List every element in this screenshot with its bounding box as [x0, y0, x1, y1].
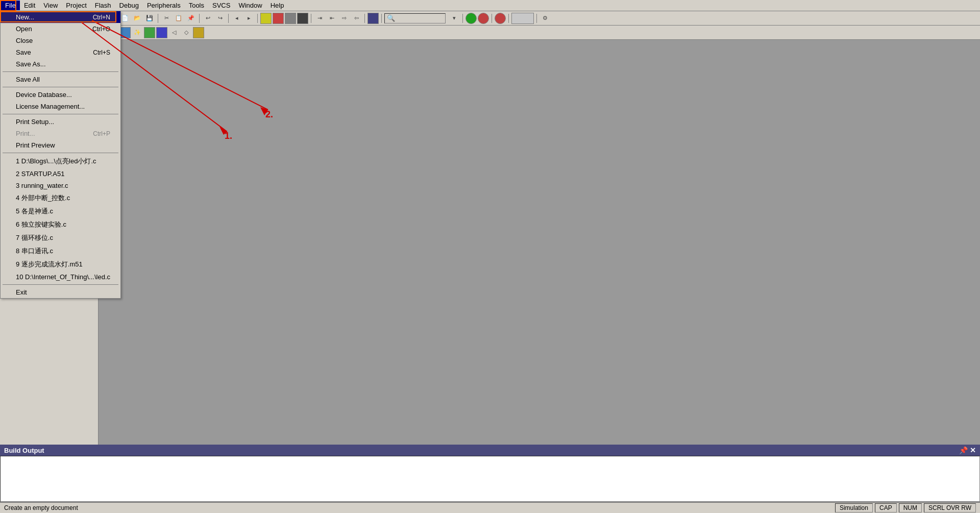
diamond-btn[interactable]: ◇	[181, 27, 192, 38]
menu-item-print[interactable]: Print... Ctrl+P	[1, 128, 120, 139]
svcs-menu-trigger[interactable]: SVCS	[208, 1, 234, 10]
toolbar-sep-8	[462, 14, 463, 23]
paste-btn[interactable]: 📌	[185, 13, 197, 24]
indent-btn[interactable]: ⇥	[314, 13, 325, 24]
unindent2-btn[interactable]: ⇦	[351, 13, 362, 24]
toolbar-row1: 📄 📂 💾 ✂ 📋 📌 ↩ ↪ ◂ ▸ ⇥ ⇤ ⇨ ⇦ 🔍 ▾ ⚙	[117, 11, 980, 26]
config-btn[interactable]: ⚙	[540, 13, 551, 24]
menu-item-save-all[interactable]: Save All	[1, 74, 120, 85]
windows-btn[interactable]	[511, 13, 534, 24]
build-btn[interactable]	[260, 13, 272, 24]
debug-menu-trigger[interactable]: Debug	[115, 1, 143, 10]
project-menu-trigger[interactable]: Project	[62, 1, 90, 10]
peripherals-menu-trigger[interactable]: Peripherals	[143, 1, 185, 10]
close-label: Close	[16, 37, 33, 44]
debug-start-btn[interactable]	[465, 13, 477, 24]
recent-8-label: 8 串口通讯.c	[16, 247, 53, 256]
print-label: Print...	[16, 130, 35, 137]
magic-btn[interactable]: ✨	[132, 27, 143, 38]
edit-menu-trigger[interactable]: Edit	[20, 1, 39, 10]
search-options-btn[interactable]: ▾	[449, 13, 460, 24]
main-content: ◂ ▸ 🗂 Pr... 📗 B... {} {}F... ▣ Te...	[0, 40, 980, 502]
menu-item-device-database[interactable]: Device Database...	[1, 89, 120, 101]
download-btn[interactable]	[297, 13, 308, 24]
component-btn[interactable]	[193, 27, 204, 38]
separator-3	[3, 114, 118, 114]
menu-item-recent-2[interactable]: 2 STARTUP.A51	[1, 168, 120, 180]
menu-item-print-setup[interactable]: Print Setup...	[1, 116, 120, 128]
menu-item-recent-7[interactable]: 7 循环移位.c	[1, 231, 120, 245]
breakpoint-btn[interactable]	[495, 13, 506, 24]
toolbar-sep-2	[199, 14, 200, 23]
toolbar-sep-9	[492, 14, 492, 23]
menu-item-recent-9[interactable]: 9 逐步完成流水灯.m51	[1, 258, 120, 271]
menu-item-new[interactable]: New... Ctrl+N	[1, 11, 120, 23]
target-btn[interactable]	[368, 13, 379, 24]
menu-item-save[interactable]: Save Ctrl+S	[1, 46, 120, 58]
redo-btn[interactable]: ↪	[214, 13, 226, 24]
statusbar-right-sections: Simulation CAP NUM SCRL OVR RW	[835, 503, 976, 512]
file-dropdown-menu: New... Ctrl+N Open Ctrl+O Close Save Ctr…	[0, 11, 121, 299]
toolbar-sep-5	[311, 14, 311, 23]
menu-item-recent-1[interactable]: 1 D:\Blogs\...\点亮led小灯.c	[1, 155, 120, 168]
cut-btn[interactable]: ✂	[161, 13, 172, 24]
menu-item-print-preview[interactable]: Print Preview	[1, 139, 120, 151]
tools-menu-trigger[interactable]: Tools	[185, 1, 208, 10]
print-preview-label: Print Preview	[16, 141, 55, 149]
close-build-icon[interactable]: ✕	[970, 446, 976, 454]
copy-btn[interactable]: 📋	[173, 13, 184, 24]
new-shortcut: Ctrl+N	[93, 14, 110, 21]
build-output-header: Build Output 📌 ✕	[0, 445, 980, 456]
check-btn[interactable]	[119, 27, 131, 38]
build-output-title: Build Output	[4, 447, 44, 454]
recent-7-label: 7 循环移位.c	[16, 233, 53, 242]
undo-btn[interactable]: ↩	[202, 13, 213, 24]
menu-item-recent-10[interactable]: 10 D:\Internet_Of_Thing\...\led.c	[1, 271, 120, 283]
statusbar-num: NUM	[899, 503, 922, 512]
print-shortcut: Ctrl+P	[93, 130, 110, 137]
recent-3-label: 3 running_water.c	[16, 182, 68, 189]
open-label: Open	[16, 25, 32, 33]
color1-btn[interactable]	[144, 27, 155, 38]
menu-item-recent-4[interactable]: 4 外部中断_控数.c	[1, 191, 120, 205]
flash-menu-trigger[interactable]: Flash	[91, 1, 115, 10]
device-database-label: Device Database...	[16, 91, 72, 99]
rebuild-btn[interactable]	[273, 13, 284, 24]
unindent-btn[interactable]: ⇤	[326, 13, 337, 24]
indent2-btn[interactable]: ⇨	[338, 13, 350, 24]
menu-item-close[interactable]: Close	[1, 35, 120, 46]
open-file-btn[interactable]: 📂	[132, 13, 143, 24]
print-setup-label: Print Setup...	[16, 118, 54, 126]
license-label: License Management...	[16, 103, 85, 110]
save-all-label: Save All	[16, 76, 40, 83]
pin-icon[interactable]: 📌	[959, 446, 968, 454]
view-menu-trigger[interactable]: View	[39, 1, 62, 10]
statusbar-message: Create an empty document	[4, 504, 835, 511]
build-output-content	[0, 456, 980, 502]
new-file-btn[interactable]: 📄	[119, 13, 131, 24]
debug-stop-btn[interactable]	[478, 13, 489, 24]
nav-fwd-btn[interactable]: ▸	[243, 13, 255, 24]
color2-btn[interactable]	[156, 27, 167, 38]
window-menu-trigger[interactable]: Window	[234, 1, 266, 10]
save-as-label: Save As...	[16, 60, 46, 68]
recent-5-label: 5 各是神通.c	[16, 207, 53, 216]
search-icon: 🔍	[387, 14, 395, 22]
menu-item-license[interactable]: License Management...	[1, 101, 120, 112]
recent-1-label: 1 D:\Blogs\...\点亮led小灯.c	[16, 157, 96, 166]
menu-item-exit[interactable]: Exit	[1, 286, 120, 298]
save-btn[interactable]: 💾	[144, 13, 155, 24]
menu-item-recent-6[interactable]: 6 独立按键实验.c	[1, 218, 120, 231]
toolbar-row2: ✨ ◁ ◇	[117, 26, 980, 40]
menu-item-open[interactable]: Open Ctrl+O	[1, 23, 120, 35]
nav-back-btn[interactable]: ◂	[231, 13, 242, 24]
menu-item-save-as[interactable]: Save As...	[1, 58, 120, 70]
menu-item-recent-3[interactable]: 3 running_water.c	[1, 180, 120, 191]
stop-btn[interactable]	[285, 13, 296, 24]
help-menu-trigger[interactable]: Help	[266, 1, 288, 10]
menu-item-recent-5[interactable]: 5 各是神通.c	[1, 205, 120, 218]
menu-item-recent-8[interactable]: 8 串口通讯.c	[1, 245, 120, 258]
arrow-btn[interactable]: ◁	[168, 27, 180, 38]
file-menu-trigger[interactable]: File	[1, 1, 20, 10]
recent-10-label: 10 D:\Internet_Of_Thing\...\led.c	[16, 273, 110, 281]
